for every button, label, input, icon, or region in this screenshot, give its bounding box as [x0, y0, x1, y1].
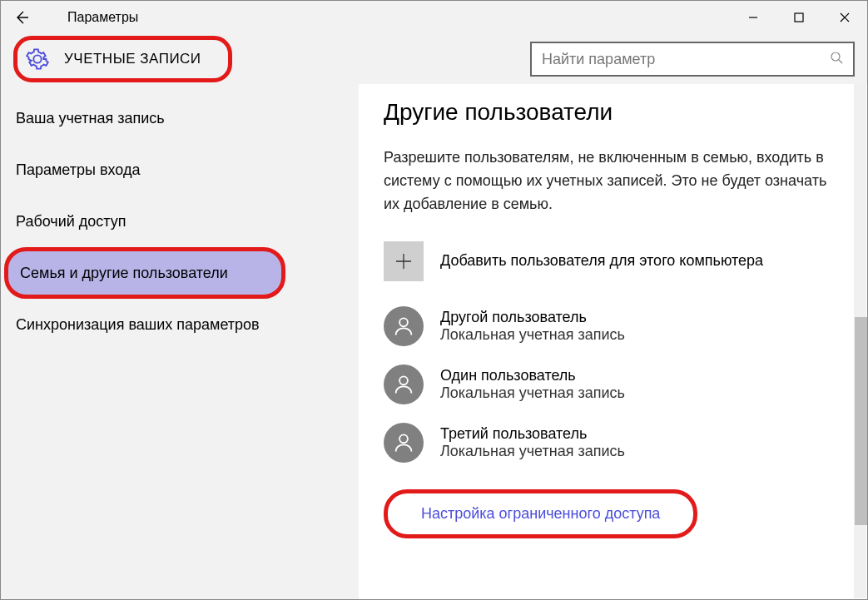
avatar-icon	[384, 306, 424, 346]
assigned-access-link[interactable]: Настройка ограниченного доступа	[421, 505, 660, 522]
scrollbar-thumb[interactable]	[855, 317, 867, 525]
user-name: Другой пользователь	[440, 309, 625, 326]
sidebar-item-family-users[interactable]: Семья и другие пользователи	[4, 247, 285, 299]
user-row[interactable]: Третий пользователь Локальная учетная за…	[384, 423, 842, 463]
user-name: Третий пользователь	[440, 425, 625, 443]
svg-rect-0	[795, 13, 803, 22]
search-input[interactable]	[542, 51, 830, 68]
user-account-type: Локальная учетная запись	[440, 384, 625, 402]
sidebar-item-signin-options[interactable]: Параметры входа	[1, 144, 359, 196]
svg-point-2	[399, 318, 408, 326]
sidebar: Ваша учетная запись Параметры входа Рабо…	[1, 84, 359, 600]
maximize-button[interactable]	[776, 1, 821, 34]
sidebar-item-sync[interactable]: Синхронизация ваших параметров	[1, 299, 359, 350]
section-title: УЧЕТНЫЕ ЗАПИСИ	[64, 51, 201, 67]
sidebar-item-label: Параметры входа	[16, 161, 140, 179]
svg-point-1	[831, 52, 840, 61]
avatar-icon	[384, 364, 424, 404]
sidebar-item-label: Семья и другие пользователи	[20, 265, 228, 282]
user-row[interactable]: Один пользователь Локальная учетная запи…	[384, 364, 842, 404]
back-button[interactable]	[1, 1, 42, 34]
arrow-left-icon	[13, 9, 30, 26]
user-row[interactable]: Другой пользователь Локальная учетная за…	[384, 306, 842, 346]
svg-point-4	[399, 434, 408, 443]
gear-icon	[26, 47, 49, 71]
plus-icon	[384, 241, 424, 281]
maximize-icon	[794, 12, 804, 22]
page-heading: Другие пользователи	[384, 99, 842, 126]
add-user-label: Добавить пользователя для этого компьюте…	[440, 252, 763, 270]
minimize-icon	[748, 12, 758, 22]
add-user-row[interactable]: Добавить пользователя для этого компьюте…	[384, 241, 842, 281]
sidebar-item-work-access[interactable]: Рабочий доступ	[1, 196, 359, 247]
svg-point-3	[399, 376, 408, 384]
section-badge: УЧЕТНЫЕ ЗАПИСИ	[13, 36, 232, 82]
user-account-type: Локальная учетная запись	[440, 443, 625, 460]
sidebar-item-label: Рабочий доступ	[16, 213, 126, 231]
sidebar-item-label: Ваша учетная запись	[16, 110, 165, 127]
user-name: Один пользователь	[440, 367, 625, 384]
sidebar-item-label: Синхронизация ваших параметров	[16, 316, 260, 334]
window-title: Параметры	[42, 10, 138, 25]
user-account-type: Локальная учетная запись	[440, 326, 625, 344]
close-icon	[840, 12, 850, 22]
close-button[interactable]	[821, 1, 867, 34]
assigned-access-link-highlight: Настройка ограниченного доступа	[384, 489, 697, 538]
sidebar-item-your-account[interactable]: Ваша учетная запись	[1, 92, 359, 144]
avatar-icon	[384, 423, 424, 463]
page-description: Разрешите пользователям, не включенным в…	[384, 146, 833, 216]
search-icon	[830, 51, 843, 67]
minimize-button[interactable]	[730, 1, 776, 34]
main-panel: Другие пользователи Разрешите пользовате…	[359, 84, 867, 600]
search-box[interactable]	[530, 42, 855, 77]
header-row: УЧЕТНЫЕ ЗАПИСИ	[1, 34, 867, 84]
titlebar: Параметры	[1, 1, 867, 34]
